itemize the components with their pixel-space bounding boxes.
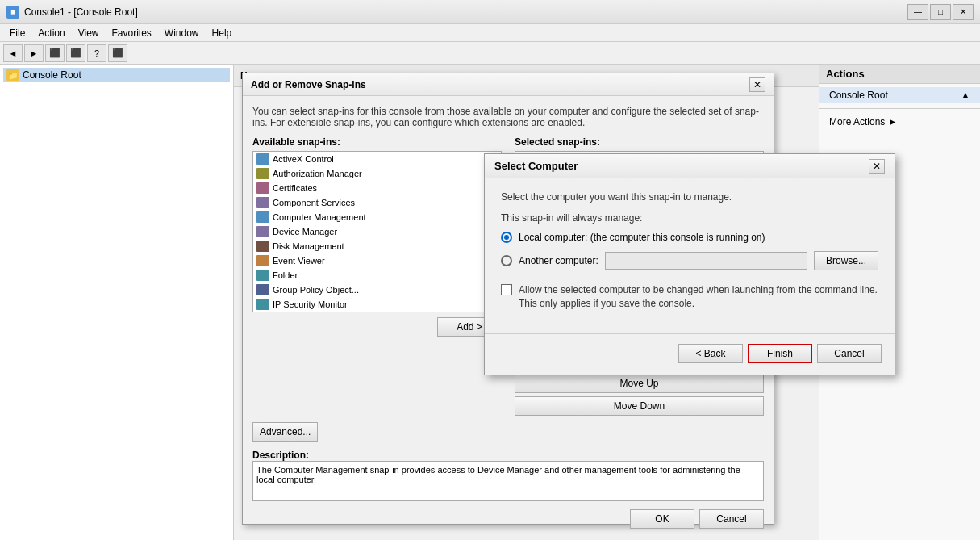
local-computer-option: Local computer: (the computer this conso… xyxy=(501,232,878,243)
snap-item-component[interactable]: Component Services xyxy=(253,195,501,210)
snap-item-activex[interactable]: ActiveX Control xyxy=(253,152,501,166)
left-panel: 📁 Console Root xyxy=(0,65,234,540)
menu-file[interactable]: File xyxy=(3,26,31,40)
snap-item-certs[interactable]: Certificates xyxy=(253,181,501,195)
available-label: Available snap-ins: xyxy=(252,136,502,148)
select-dialog-description: Select the computer you want this snap-i… xyxy=(501,191,878,203)
snap-item-ipsec[interactable]: IP Security Monitor xyxy=(253,297,501,312)
snap-item-folder[interactable]: Folder xyxy=(253,268,501,283)
description-label: Description: xyxy=(252,450,764,461)
toolbar-up[interactable]: ⬛ xyxy=(45,44,65,62)
snap-item-gpo[interactable]: Group Policy Object... xyxy=(253,283,501,297)
actions-title: Actions xyxy=(826,68,865,80)
menu-action[interactable]: Action xyxy=(31,26,71,40)
checkbox-option: Allow the selected computer to be change… xyxy=(501,283,878,311)
title-bar-left: ■ Console1 - [Console Root] xyxy=(6,6,138,19)
local-computer-radio[interactable] xyxy=(501,232,512,243)
local-computer-label: Local computer: (the computer this conso… xyxy=(519,232,765,243)
menu-help[interactable]: Help xyxy=(206,26,239,40)
activex-icon xyxy=(256,153,269,165)
right-panel: Name Add or Remove Snap-ins ✕ You can se… xyxy=(234,65,980,540)
close-button[interactable]: ✕ xyxy=(953,4,974,20)
description-area: Description: The Computer Management sna… xyxy=(252,450,764,501)
select-dialog-body: Select the computer you want this snap-i… xyxy=(485,178,895,333)
another-computer-row: Another computer: Browse... xyxy=(501,251,878,270)
gpo-icon xyxy=(256,284,269,295)
authmanager-icon xyxy=(256,168,269,179)
checkbox-label: Allow the selected computer to be change… xyxy=(519,283,878,311)
actions-header: Actions xyxy=(819,65,980,84)
snap-cancel-button[interactable]: Cancel xyxy=(699,509,764,529)
another-computer-radio[interactable] xyxy=(501,255,512,266)
folder-snap-icon xyxy=(256,270,269,281)
component-icon xyxy=(256,197,269,208)
snap-dialog-title-text: Add or Remove Snap-ins xyxy=(251,79,366,90)
available-snapins-col: Available snap-ins: ActiveX Control Auth… xyxy=(252,136,502,416)
description-text: The Computer Management snap-in provides… xyxy=(256,465,740,484)
allow-change-checkbox[interactable] xyxy=(501,284,512,295)
certs-icon xyxy=(256,182,269,194)
minimize-button[interactable]: — xyxy=(907,4,928,20)
more-actions-label: More Actions xyxy=(829,116,885,128)
toolbar-show-hide[interactable]: ⬛ xyxy=(66,44,85,62)
snap-item-devmgr[interactable]: Device Manager xyxy=(253,224,501,239)
devmgr-icon xyxy=(256,226,269,237)
another-computer-label: Another computer: xyxy=(519,255,598,266)
actions-console-root[interactable]: Console Root ▲ xyxy=(819,87,980,103)
ipsec-icon xyxy=(256,299,269,310)
actions-more-actions[interactable]: More Actions ► xyxy=(819,114,980,130)
toolbar-properties[interactable]: ⬛ xyxy=(108,44,127,62)
menu-window[interactable]: Window xyxy=(158,26,206,40)
menu-bar: File Action View Favorites Window Help xyxy=(0,24,980,42)
tree-item-console-root[interactable]: 📁 Console Root xyxy=(3,68,230,82)
another-computer-input[interactable] xyxy=(605,252,807,270)
move-down-button[interactable]: Move Down xyxy=(515,396,764,416)
app-icon: ■ xyxy=(6,6,19,19)
available-snapins-list[interactable]: ActiveX Control Authorization Manager Ce… xyxy=(252,151,502,312)
selected-label: Selected snap-ins: xyxy=(515,136,764,148)
toolbar-forward[interactable]: ► xyxy=(24,44,44,62)
folder-icon: 📁 xyxy=(6,69,19,81)
finish-button[interactable]: Finish xyxy=(748,344,812,363)
toolbar-help[interactable]: ? xyxy=(87,44,106,62)
toolbar-back[interactable]: ◄ xyxy=(3,44,23,62)
select-computer-dialog: Select Computer ✕ Select the computer yo… xyxy=(484,153,895,375)
diskmgmt-icon xyxy=(256,241,269,252)
move-up-button[interactable]: Move Up xyxy=(515,374,764,393)
select-dialog-title-bar: Select Computer ✕ xyxy=(485,154,895,178)
actions-console-root-label: Console Root xyxy=(829,90,888,101)
back-button[interactable]: < Back xyxy=(678,344,743,363)
tree-item-label: Console Root xyxy=(23,69,81,81)
more-actions-arrow: ► xyxy=(888,116,898,128)
title-bar: ■ Console1 - [Console Root] — □ ✕ xyxy=(0,0,980,24)
console-root-expand-icon: ▲ xyxy=(961,90,970,101)
compmgmt-icon xyxy=(256,211,269,223)
select-dialog-footer: < Back Finish Cancel xyxy=(485,333,895,375)
toolbar: ◄ ► ⬛ ⬛ ? ⬛ xyxy=(0,42,980,65)
snap-item-authmanager[interactable]: Authorization Manager xyxy=(253,166,501,181)
description-box: The Computer Management snap-in provides… xyxy=(252,461,764,501)
snap-dialog-close[interactable]: ✕ xyxy=(749,77,765,92)
snap-item-eventviewer[interactable]: Event Viewer xyxy=(253,253,501,268)
select-cancel-button[interactable]: Cancel xyxy=(817,344,882,363)
maximize-button[interactable]: □ xyxy=(930,4,951,20)
main-area: 📁 Console Root Name Add or Remove Snap-i… xyxy=(0,65,980,540)
select-dialog-title-text: Select Computer xyxy=(494,160,578,172)
snap-item-compmgmt[interactable]: Computer Management xyxy=(253,210,501,224)
add-btn-area: Add > xyxy=(252,317,502,337)
snap-bottom-buttons: OK Cancel xyxy=(252,509,764,529)
select-dialog-close-button[interactable]: ✕ xyxy=(869,159,885,174)
snap-item-diskmgmt[interactable]: Disk Management xyxy=(253,239,501,253)
select-dialog-section-label: This snap-in will always manage: xyxy=(501,212,878,224)
snap-dialog-title-bar: Add or Remove Snap-ins ✕ xyxy=(243,73,774,96)
actions-section: Console Root ▲ More Actions ► xyxy=(819,84,980,133)
snap-dialog-desc: You can select snap-ins for this console… xyxy=(252,106,764,128)
advanced-button[interactable]: Advanced... xyxy=(252,422,318,442)
menu-view[interactable]: View xyxy=(72,26,106,40)
actions-divider xyxy=(819,108,980,109)
eventviewer-icon xyxy=(256,255,269,266)
title-bar-text: Console1 - [Console Root] xyxy=(24,6,138,18)
snap-ok-button[interactable]: OK xyxy=(630,509,694,529)
browse-button[interactable]: Browse... xyxy=(814,251,878,270)
menu-favorites[interactable]: Favorites xyxy=(106,26,158,40)
